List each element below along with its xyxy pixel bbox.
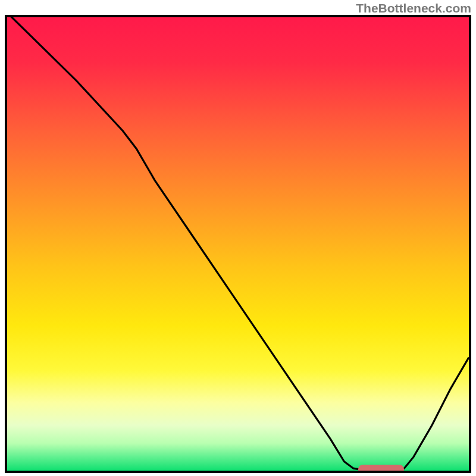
optimal-range-marker [358, 465, 405, 473]
bottleneck-chart [5, 15, 471, 473]
watermark-text: TheBottleneck.com [356, 1, 471, 15]
bottleneck-curve [7, 17, 469, 471]
